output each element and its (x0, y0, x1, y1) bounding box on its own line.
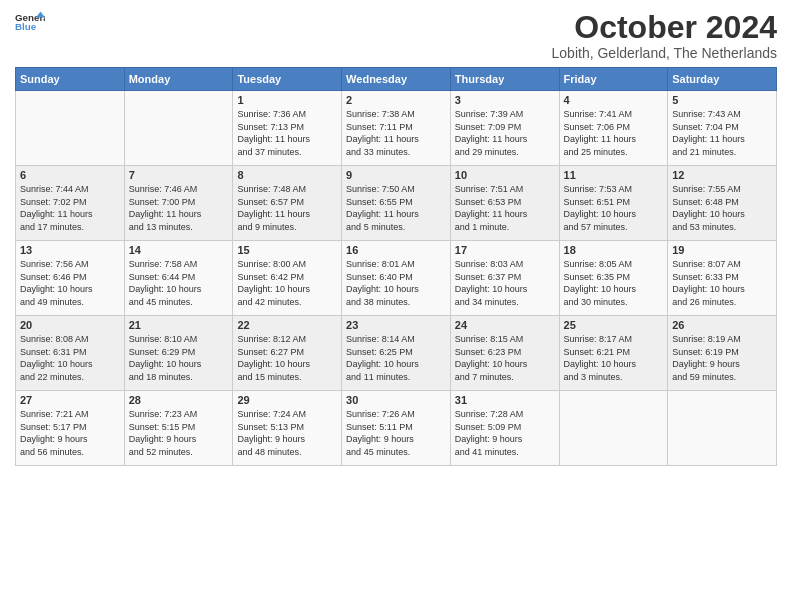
day-number: 7 (129, 169, 229, 181)
day-info: Sunrise: 8:19 AM Sunset: 6:19 PM Dayligh… (672, 333, 772, 383)
calendar-week-row: 27Sunrise: 7:21 AM Sunset: 5:17 PM Dayli… (16, 391, 777, 466)
weekday-header: Tuesday (233, 68, 342, 91)
day-number: 22 (237, 319, 337, 331)
day-number: 31 (455, 394, 555, 406)
day-info: Sunrise: 7:28 AM Sunset: 5:09 PM Dayligh… (455, 408, 555, 458)
header: General Blue October 2024 Lobith, Gelder… (15, 10, 777, 61)
day-number: 12 (672, 169, 772, 181)
calendar-cell: 17Sunrise: 8:03 AM Sunset: 6:37 PM Dayli… (450, 241, 559, 316)
day-info: Sunrise: 7:56 AM Sunset: 6:46 PM Dayligh… (20, 258, 120, 308)
day-info: Sunrise: 8:14 AM Sunset: 6:25 PM Dayligh… (346, 333, 446, 383)
day-number: 26 (672, 319, 772, 331)
calendar-cell: 6Sunrise: 7:44 AM Sunset: 7:02 PM Daylig… (16, 166, 125, 241)
calendar-cell: 27Sunrise: 7:21 AM Sunset: 5:17 PM Dayli… (16, 391, 125, 466)
day-number: 14 (129, 244, 229, 256)
calendar-cell: 16Sunrise: 8:01 AM Sunset: 6:40 PM Dayli… (342, 241, 451, 316)
day-info: Sunrise: 7:55 AM Sunset: 6:48 PM Dayligh… (672, 183, 772, 233)
calendar-cell: 29Sunrise: 7:24 AM Sunset: 5:13 PM Dayli… (233, 391, 342, 466)
day-number: 18 (564, 244, 664, 256)
day-info: Sunrise: 8:15 AM Sunset: 6:23 PM Dayligh… (455, 333, 555, 383)
calendar-cell: 2Sunrise: 7:38 AM Sunset: 7:11 PM Daylig… (342, 91, 451, 166)
calendar-week-row: 6Sunrise: 7:44 AM Sunset: 7:02 PM Daylig… (16, 166, 777, 241)
day-info: Sunrise: 7:26 AM Sunset: 5:11 PM Dayligh… (346, 408, 446, 458)
calendar-cell: 24Sunrise: 8:15 AM Sunset: 6:23 PM Dayli… (450, 316, 559, 391)
day-info: Sunrise: 7:51 AM Sunset: 6:53 PM Dayligh… (455, 183, 555, 233)
day-number: 21 (129, 319, 229, 331)
day-info: Sunrise: 7:36 AM Sunset: 7:13 PM Dayligh… (237, 108, 337, 158)
logo: General Blue (15, 10, 45, 34)
day-number: 24 (455, 319, 555, 331)
day-info: Sunrise: 8:12 AM Sunset: 6:27 PM Dayligh… (237, 333, 337, 383)
day-info: Sunrise: 8:07 AM Sunset: 6:33 PM Dayligh… (672, 258, 772, 308)
day-number: 19 (672, 244, 772, 256)
weekday-header: Thursday (450, 68, 559, 91)
calendar-cell: 18Sunrise: 8:05 AM Sunset: 6:35 PM Dayli… (559, 241, 668, 316)
svg-text:Blue: Blue (15, 21, 37, 32)
day-info: Sunrise: 8:05 AM Sunset: 6:35 PM Dayligh… (564, 258, 664, 308)
calendar-table: SundayMondayTuesdayWednesdayThursdayFrid… (15, 67, 777, 466)
day-info: Sunrise: 7:41 AM Sunset: 7:06 PM Dayligh… (564, 108, 664, 158)
calendar-cell: 30Sunrise: 7:26 AM Sunset: 5:11 PM Dayli… (342, 391, 451, 466)
calendar-cell (16, 91, 125, 166)
day-number: 11 (564, 169, 664, 181)
title-block: October 2024 Lobith, Gelderland, The Net… (552, 10, 777, 61)
day-number: 3 (455, 94, 555, 106)
day-number: 9 (346, 169, 446, 181)
calendar-cell: 22Sunrise: 8:12 AM Sunset: 6:27 PM Dayli… (233, 316, 342, 391)
calendar-cell: 25Sunrise: 8:17 AM Sunset: 6:21 PM Dayli… (559, 316, 668, 391)
day-info: Sunrise: 7:46 AM Sunset: 7:00 PM Dayligh… (129, 183, 229, 233)
day-info: Sunrise: 8:08 AM Sunset: 6:31 PM Dayligh… (20, 333, 120, 383)
month-title: October 2024 (552, 10, 777, 45)
day-number: 8 (237, 169, 337, 181)
day-info: Sunrise: 7:21 AM Sunset: 5:17 PM Dayligh… (20, 408, 120, 458)
day-number: 10 (455, 169, 555, 181)
day-info: Sunrise: 8:01 AM Sunset: 6:40 PM Dayligh… (346, 258, 446, 308)
calendar-cell: 10Sunrise: 7:51 AM Sunset: 6:53 PM Dayli… (450, 166, 559, 241)
day-number: 16 (346, 244, 446, 256)
calendar-cell: 13Sunrise: 7:56 AM Sunset: 6:46 PM Dayli… (16, 241, 125, 316)
day-number: 28 (129, 394, 229, 406)
day-info: Sunrise: 7:39 AM Sunset: 7:09 PM Dayligh… (455, 108, 555, 158)
calendar-week-row: 13Sunrise: 7:56 AM Sunset: 6:46 PM Dayli… (16, 241, 777, 316)
day-number: 17 (455, 244, 555, 256)
day-number: 13 (20, 244, 120, 256)
calendar-cell: 3Sunrise: 7:39 AM Sunset: 7:09 PM Daylig… (450, 91, 559, 166)
calendar-cell: 23Sunrise: 8:14 AM Sunset: 6:25 PM Dayli… (342, 316, 451, 391)
day-number: 25 (564, 319, 664, 331)
calendar-cell: 5Sunrise: 7:43 AM Sunset: 7:04 PM Daylig… (668, 91, 777, 166)
weekday-header: Sunday (16, 68, 125, 91)
calendar-cell: 12Sunrise: 7:55 AM Sunset: 6:48 PM Dayli… (668, 166, 777, 241)
day-info: Sunrise: 7:43 AM Sunset: 7:04 PM Dayligh… (672, 108, 772, 158)
day-number: 29 (237, 394, 337, 406)
day-number: 4 (564, 94, 664, 106)
calendar-cell: 19Sunrise: 8:07 AM Sunset: 6:33 PM Dayli… (668, 241, 777, 316)
header-row: SundayMondayTuesdayWednesdayThursdayFrid… (16, 68, 777, 91)
day-info: Sunrise: 7:53 AM Sunset: 6:51 PM Dayligh… (564, 183, 664, 233)
day-info: Sunrise: 8:17 AM Sunset: 6:21 PM Dayligh… (564, 333, 664, 383)
day-number: 30 (346, 394, 446, 406)
day-info: Sunrise: 7:48 AM Sunset: 6:57 PM Dayligh… (237, 183, 337, 233)
calendar-cell: 21Sunrise: 8:10 AM Sunset: 6:29 PM Dayli… (124, 316, 233, 391)
day-info: Sunrise: 7:24 AM Sunset: 5:13 PM Dayligh… (237, 408, 337, 458)
calendar-cell: 31Sunrise: 7:28 AM Sunset: 5:09 PM Dayli… (450, 391, 559, 466)
day-info: Sunrise: 8:00 AM Sunset: 6:42 PM Dayligh… (237, 258, 337, 308)
calendar-cell: 26Sunrise: 8:19 AM Sunset: 6:19 PM Dayli… (668, 316, 777, 391)
logo-icon: General Blue (15, 10, 45, 34)
calendar-week-row: 1Sunrise: 7:36 AM Sunset: 7:13 PM Daylig… (16, 91, 777, 166)
weekday-header: Wednesday (342, 68, 451, 91)
day-number: 20 (20, 319, 120, 331)
day-info: Sunrise: 8:03 AM Sunset: 6:37 PM Dayligh… (455, 258, 555, 308)
calendar-cell (668, 391, 777, 466)
page-container: General Blue October 2024 Lobith, Gelder… (0, 0, 792, 476)
day-info: Sunrise: 7:50 AM Sunset: 6:55 PM Dayligh… (346, 183, 446, 233)
calendar-cell: 7Sunrise: 7:46 AM Sunset: 7:00 PM Daylig… (124, 166, 233, 241)
day-info: Sunrise: 7:23 AM Sunset: 5:15 PM Dayligh… (129, 408, 229, 458)
day-number: 5 (672, 94, 772, 106)
calendar-cell: 11Sunrise: 7:53 AM Sunset: 6:51 PM Dayli… (559, 166, 668, 241)
calendar-cell: 14Sunrise: 7:58 AM Sunset: 6:44 PM Dayli… (124, 241, 233, 316)
calendar-cell: 28Sunrise: 7:23 AM Sunset: 5:15 PM Dayli… (124, 391, 233, 466)
day-number: 15 (237, 244, 337, 256)
day-info: Sunrise: 7:44 AM Sunset: 7:02 PM Dayligh… (20, 183, 120, 233)
calendar-week-row: 20Sunrise: 8:08 AM Sunset: 6:31 PM Dayli… (16, 316, 777, 391)
day-number: 23 (346, 319, 446, 331)
